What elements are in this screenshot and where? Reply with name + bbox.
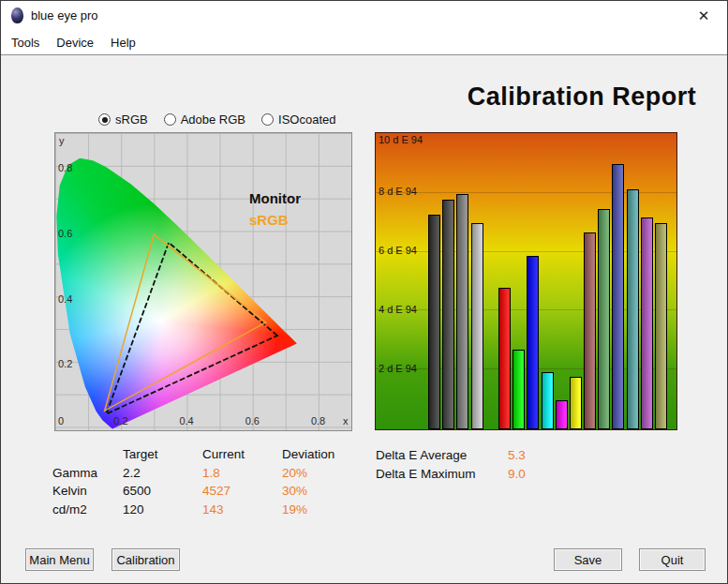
y-tick-label: 0.6 (58, 228, 72, 239)
table-corner (52, 445, 123, 464)
calibration-button[interactable]: Calibration (111, 548, 180, 571)
legend-item-monitor: Monitor (249, 189, 301, 208)
y-tick-label: 0.2 (58, 358, 72, 369)
row-label-cdm2: cd/m2 (52, 501, 123, 519)
delta-e-maximum-label: Delta E Maximum (376, 465, 508, 484)
y-tick-label: 0.4 (58, 293, 72, 305)
y-tick-label: 2 d E 94 (379, 363, 417, 374)
radio-option-isocoated[interactable]: ISOcoated (261, 112, 335, 127)
menu-item-tools[interactable]: Tools (3, 33, 48, 52)
y-axis-label: y (59, 135, 65, 146)
save-button[interactable]: Save (554, 548, 622, 571)
delta-e-bar (612, 164, 624, 429)
app-logo-icon (11, 7, 23, 23)
delta-e-bar (498, 288, 511, 429)
cdm2-deviation: 19% (282, 501, 368, 519)
gamut-triangles (55, 133, 351, 430)
y-tick-label: 4 d E 94 (379, 304, 417, 315)
delta-e-average-value: 5.3 (508, 446, 573, 465)
delta-e-average-label: Delta E Average (376, 446, 508, 465)
delta-e-bar (598, 209, 610, 430)
delta-e-bar-chart: 2 d E 944 d E 946 d E 948 d E 9410 d E 9… (375, 132, 677, 430)
radio-label: ISOcoated (278, 112, 335, 127)
delta-e-bar (627, 189, 639, 429)
cdm2-target: 120 (123, 501, 202, 519)
x-tick-label: 0.8 (311, 415, 325, 427)
gamma-current: 1.8 (202, 464, 282, 483)
close-icon[interactable]: ✕ (691, 6, 716, 26)
col-header-current: Current (202, 445, 282, 464)
gamma-deviation: 20% (282, 464, 368, 483)
gamma-target: 2.2 (123, 464, 202, 483)
delta-e-bar (428, 215, 440, 429)
title-bar: blue eye pro ✕ (1, 1, 727, 31)
y-tick-label: 10 d E 94 (379, 134, 423, 145)
delta-e-maximum-value: 9.0 (508, 465, 573, 484)
delta-e-bar (584, 232, 596, 429)
menu-item-device[interactable]: Device (48, 33, 102, 52)
calibration-table: Target Current Deviation Gamma 2.2 1.8 2… (52, 445, 368, 518)
radio-circle-icon[interactable] (261, 113, 274, 126)
radio-option-adobe-rgb[interactable]: Adobe RGB (164, 112, 245, 127)
x-tick-label: 0.2 (113, 415, 127, 427)
x-axis-label: x (343, 415, 349, 427)
delta-e-bar (542, 372, 554, 429)
legend-item-srgb: sRGB (249, 211, 301, 230)
radio-circle-icon[interactable] (164, 113, 176, 126)
y-tick-label: 8 d E 94 (379, 186, 417, 197)
gamut-triangle-srgb (105, 234, 266, 411)
radio-circle-icon[interactable] (98, 113, 111, 126)
y-tick-label: 6 d E 94 (379, 245, 417, 256)
radio-option-srgb[interactable]: sRGB (98, 112, 148, 127)
cie-legend: MonitorsRGB (249, 189, 301, 230)
content-area: Calibration Report sRGBAdobe RGBISOcoate… (1, 54, 727, 584)
row-label-kelvin: Kelvin (52, 482, 123, 501)
delta-e-bar (641, 217, 653, 429)
delta-e-bar (570, 377, 582, 430)
x-tick-label: 0.6 (245, 415, 260, 427)
delta-e-bar (556, 400, 568, 429)
page-title: Calibration Report (441, 82, 722, 112)
row-label-gamma: Gamma (52, 464, 123, 483)
delta-e-bar (527, 256, 539, 429)
delta-e-bar (513, 350, 525, 429)
delta-e-bar (456, 194, 468, 429)
x-tick-label: 0.4 (179, 415, 193, 427)
delta-e-bar (471, 223, 483, 429)
menu-item-help[interactable]: Help (102, 33, 144, 52)
radio-label: sRGB (115, 112, 148, 127)
cie-chromaticity-chart: MonitorsRGB 00.20.40.60.80.20.40.60.8yx (54, 132, 352, 431)
main-menu-button[interactable]: Main Menu (25, 548, 94, 571)
color-space-radio-group: sRGBAdobe RGBISOcoated (98, 112, 335, 127)
gamut-triangle-monitor (106, 243, 277, 414)
delta-e-bar (442, 200, 454, 429)
kelvin-target: 6500 (123, 482, 202, 501)
app-window: blue eye pro ✕ ToolsDeviceHelp Calibrati… (0, 0, 728, 584)
kelvin-deviation: 30% (282, 482, 368, 501)
col-header-target: Target (123, 445, 202, 464)
menu-bar: ToolsDeviceHelp (1, 31, 727, 54)
radio-label: Adobe RGB (181, 112, 245, 127)
kelvin-current: 4527 (202, 482, 282, 501)
cdm2-current: 143 (202, 501, 282, 519)
x-tick-label: 0 (58, 415, 64, 427)
delta-e-bar (655, 223, 667, 429)
quit-button[interactable]: Quit (639, 548, 706, 571)
window-title: blue eye pro (31, 8, 98, 22)
col-header-deviation: Deviation (282, 445, 368, 464)
y-tick-label: 0.8 (58, 162, 72, 173)
delta-e-summary: Delta E Average 5.3 Delta E Maximum 9.0 (376, 446, 573, 483)
